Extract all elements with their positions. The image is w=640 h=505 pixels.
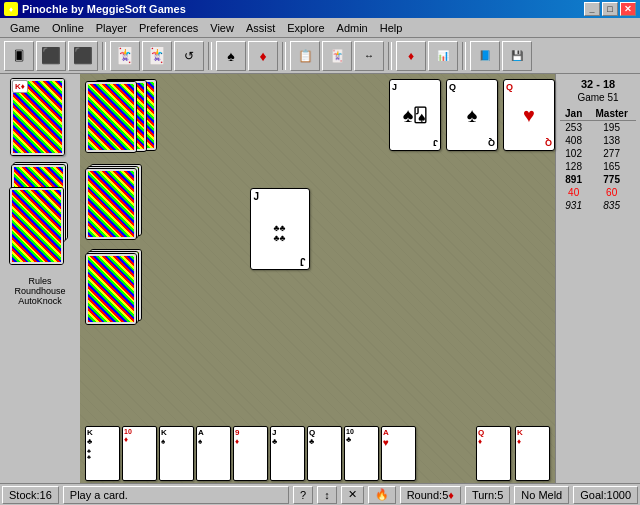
status-meld: No Meld xyxy=(514,486,569,504)
right-hand-cards: Q ♦ K ♦ xyxy=(476,426,550,481)
hand-card-ah[interactable]: A ♥ xyxy=(381,426,416,481)
status-turn: Turn:5 xyxy=(465,486,510,504)
close-button[interactable]: ✕ xyxy=(620,2,636,16)
hand-card-kd[interactable]: K ♦ xyxy=(515,426,550,481)
status-sort[interactable]: ↕ xyxy=(317,486,337,504)
roundhouse-label: Roundhouse xyxy=(1,286,79,296)
toolbar-sep-5 xyxy=(462,42,466,70)
card-stack-3 xyxy=(10,188,63,264)
toolbar-btn-15[interactable]: 💾 xyxy=(502,41,532,71)
hand-card-qc[interactable]: Q ♣ xyxy=(307,426,342,481)
menu-preferences[interactable]: Preferences xyxy=(133,20,204,36)
toolbar: 🂠 ⬛ ⬛ 🃏 🃏 ↺ ♠ ♦ 📋 🃏 ↔ ♦ 📊 📘 💾 xyxy=(0,38,640,74)
opponent-face-cards: J ♠ 🂫 J Q ♠ Q Q ♥ Q xyxy=(389,79,545,151)
score-row-1: 408138 xyxy=(560,134,636,147)
score-table: Jan Master 25319540813810227712816589177… xyxy=(560,107,636,212)
toolbar-btn-12[interactable]: ♦ xyxy=(396,41,426,71)
score-row-2: 102277 xyxy=(560,147,636,160)
app-title: Pinochle by MeggieSoft Games xyxy=(22,3,584,15)
menu-admin[interactable]: Admin xyxy=(331,20,374,36)
autoknock-label: AutoKnock xyxy=(1,296,79,306)
menu-view[interactable]: View xyxy=(204,20,240,36)
maximize-button[interactable]: □ xyxy=(602,2,618,16)
rules-label: Rules xyxy=(1,276,79,286)
toolbar-btn-4[interactable]: 🃏 xyxy=(110,41,140,71)
status-fire[interactable]: 🔥 xyxy=(368,486,396,504)
menu-online[interactable]: Online xyxy=(46,20,90,36)
status-message: Play a card. xyxy=(63,486,289,504)
toolbar-btn-7[interactable]: ♠ xyxy=(216,41,246,71)
hand-card-qd[interactable]: Q ♦ xyxy=(476,426,511,481)
toolbar-btn-11[interactable]: ↔ xyxy=(354,41,384,71)
left-panel: K♦ Rules Roundhouse AutoKnock xyxy=(0,74,80,483)
table-area: J ♠ 🂫 J Q ♠ Q Q ♥ Q xyxy=(80,74,555,483)
minimize-button[interactable]: _ xyxy=(584,2,600,16)
status-close[interactable]: ✕ xyxy=(341,486,364,504)
toolbar-btn-3[interactable]: ⬛ xyxy=(68,41,98,71)
toolbar-sep-4 xyxy=(388,42,392,70)
menu-help[interactable]: Help xyxy=(374,20,409,36)
player-hand: K ♣ ♣ ♣ 10 ♦ K ♠ A ♠ 9 ♦ xyxy=(85,426,418,481)
hand-card-kc[interactable]: K ♣ ♣ ♣ xyxy=(85,426,120,481)
hand-card-ks[interactable]: K ♠ xyxy=(159,426,194,481)
status-round: Round:5 ♦ xyxy=(400,486,461,504)
hand-card-jc[interactable]: J ♣ xyxy=(270,426,305,481)
toolbar-btn-1[interactable]: 🂠 xyxy=(4,41,34,71)
title-bar: ♦ Pinochle by MeggieSoft Games _ □ ✕ xyxy=(0,0,640,18)
opponent-back-cards xyxy=(85,79,165,154)
menu-bar: Game Online Player Preferences View Assi… xyxy=(0,18,640,38)
score-row-0: 253195 xyxy=(560,121,636,135)
col-jan: Jan xyxy=(560,107,587,121)
score-panel: 32 - 18 Game 51 Jan Master 2531954081381… xyxy=(555,74,640,483)
score-row-5: 4060 xyxy=(560,186,636,199)
menu-player[interactable]: Player xyxy=(90,20,133,36)
col-master: Master xyxy=(587,107,636,121)
status-goal: Goal:1000 xyxy=(573,486,638,504)
opponent-card-qh: Q ♥ Q xyxy=(503,79,555,151)
hand-card-9d[interactable]: 9 ♦ xyxy=(233,426,268,481)
score-header: 32 - 18 xyxy=(560,78,636,90)
hand-card-10d[interactable]: 10 ♦ xyxy=(122,426,157,481)
app-icon: ♦ xyxy=(4,2,18,16)
opponent-card-qs: Q ♠ Q xyxy=(446,79,498,151)
menu-assist[interactable]: Assist xyxy=(240,20,281,36)
status-bar: Stock:16 Play a card. ? ↕ ✕ 🔥 Round:5 ♦ … xyxy=(0,483,640,505)
toolbar-sep-1 xyxy=(102,42,106,70)
toolbar-btn-2[interactable]: ⬛ xyxy=(36,41,66,71)
status-help[interactable]: ? xyxy=(293,486,313,504)
toolbar-sep-3 xyxy=(282,42,286,70)
score-row-4: 891775 xyxy=(560,173,636,186)
toolbar-btn-9[interactable]: 📋 xyxy=(290,41,320,71)
toolbar-btn-5[interactable]: 🃏 xyxy=(142,41,172,71)
toolbar-btn-6[interactable]: ↺ xyxy=(174,41,204,71)
score-game: Game 51 xyxy=(560,92,636,103)
menu-game[interactable]: Game xyxy=(4,20,46,36)
left-side-played xyxy=(85,164,150,324)
status-stock: Stock:16 xyxy=(2,486,59,504)
toolbar-btn-10[interactable]: 🃏 xyxy=(322,41,352,71)
center-play-card[interactable]: J ♣♣♣♣ J xyxy=(250,188,310,270)
score-row-3: 128165 xyxy=(560,160,636,173)
window-controls[interactable]: _ □ ✕ xyxy=(584,2,636,16)
game-area: K♦ Rules Roundhouse AutoKnock xyxy=(0,74,640,483)
hand-card-10c[interactable]: 10 ♣ xyxy=(344,426,379,481)
score-row-6: 931835 xyxy=(560,199,636,212)
toolbar-btn-14[interactable]: 📘 xyxy=(470,41,500,71)
opponent-card-js: J ♠ 🂫 J xyxy=(389,79,441,151)
toolbar-btn-8[interactable]: ♦ xyxy=(248,41,278,71)
toolbar-sep-2 xyxy=(208,42,212,70)
hand-card-as[interactable]: A ♠ xyxy=(196,426,231,481)
toolbar-btn-13[interactable]: 📊 xyxy=(428,41,458,71)
menu-explore[interactable]: Explore xyxy=(281,20,330,36)
left-labels: Rules Roundhouse AutoKnock xyxy=(1,276,79,306)
